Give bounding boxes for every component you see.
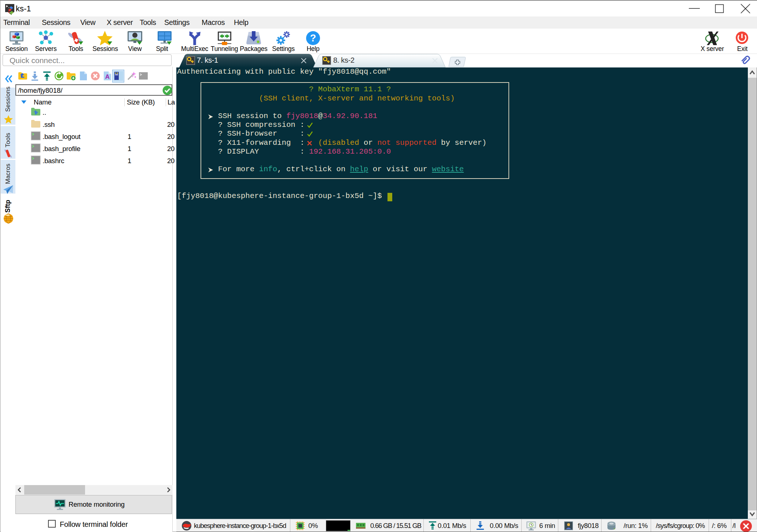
- svg-text:?: ?: [310, 33, 316, 44]
- svg-text:A: A: [105, 73, 110, 80]
